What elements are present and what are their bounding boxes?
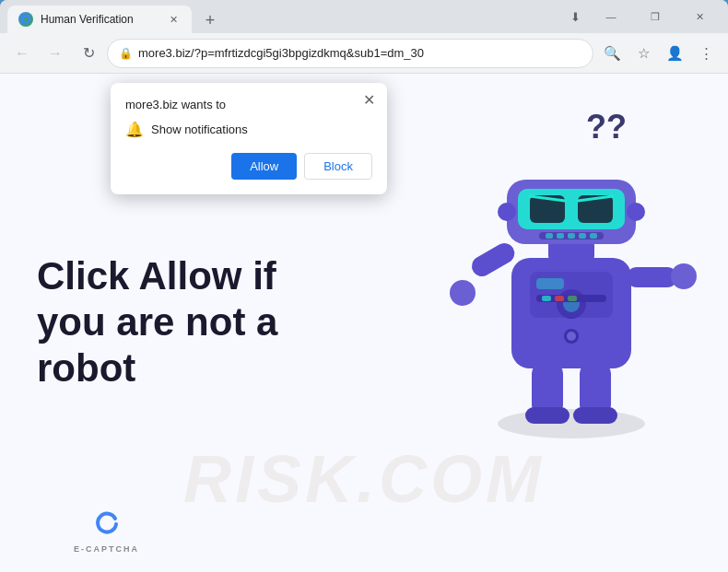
browser-window: Human Verification ✕ + ⬇ — ❒ ✕ ← → ↻ 🔒 m… [0, 0, 728, 572]
popup-buttons: Allow Block [125, 153, 372, 180]
popup-notification-row: 🔔 Show notifications [125, 121, 372, 138]
notification-label: Show notifications [151, 123, 248, 136]
svg-rect-15 [590, 233, 597, 239]
close-button[interactable]: ✕ [678, 3, 721, 30]
svg-point-1 [498, 409, 645, 438]
tab-title: Human Verification [41, 13, 159, 26]
chrome-menu-icon[interactable]: ⬇ [560, 2, 590, 31]
svg-rect-27 [580, 364, 611, 414]
svg-rect-31 [536, 278, 564, 289]
browser-toolbar: ← → ↻ 🔒 more3.biz/?p=mfrtizdcgi5gi3bpgiz… [0, 33, 728, 74]
popup-title: more3.biz wants to [125, 98, 372, 111]
url-text: more3.biz/?p=mfrtizdcgi5gi3bpgizdkmq&sub… [138, 46, 581, 60]
svg-rect-14 [579, 233, 586, 239]
svg-rect-20 [627, 267, 677, 287]
minimize-button[interactable]: — [590, 3, 632, 30]
question-marks-text: ?? [586, 111, 627, 144]
svg-rect-33 [542, 296, 551, 301]
block-button[interactable]: Block [304, 153, 372, 180]
maximize-button[interactable]: ❒ [634, 3, 676, 30]
address-bar[interactable]: 🔒 more3.biz/?p=mfrtizdcgi5gi3bpgizdkmq&s… [107, 39, 593, 68]
svg-rect-34 [555, 296, 564, 301]
robot-illustration: ?? [442, 92, 700, 442]
bell-icon: 🔔 [125, 121, 144, 138]
captcha-c-icon [90, 508, 123, 541]
robot-svg [442, 92, 700, 442]
svg-point-16 [498, 203, 516, 221]
menu-icon[interactable]: ⋮ [691, 39, 721, 68]
bookmark-icon[interactable]: ☆ [628, 39, 658, 68]
tab-favicon [18, 12, 33, 27]
svg-rect-13 [568, 233, 575, 239]
tab-close-button[interactable]: ✕ [166, 12, 181, 27]
active-tab[interactable]: Human Verification ✕ [7, 6, 192, 33]
lock-icon: 🔒 [119, 47, 133, 60]
back-button[interactable]: ← [7, 39, 37, 68]
svg-rect-12 [557, 233, 564, 239]
svg-rect-29 [573, 407, 617, 424]
forward-button[interactable]: → [41, 39, 70, 68]
captcha-label: E-CAPTCHA [74, 544, 139, 554]
toolbar-right: 🔍 ☆ 👤 ⋮ [597, 39, 721, 68]
page-content: RISK.COM Click Allow if you are not a ro… [0, 74, 728, 572]
window-controls: — ❒ ✕ [590, 3, 721, 30]
svg-rect-35 [568, 296, 577, 301]
title-bar: Human Verification ✕ + ⬇ — ❒ ✕ [0, 0, 728, 33]
reload-button[interactable]: ↻ [74, 39, 103, 68]
svg-point-19 [450, 280, 476, 306]
svg-point-25 [567, 332, 576, 341]
svg-point-17 [627, 203, 645, 221]
svg-rect-28 [525, 407, 569, 424]
svg-rect-18 [468, 239, 518, 280]
notification-popup: ✕ more3.biz wants to 🔔 Show notification… [111, 83, 387, 194]
svg-point-21 [671, 263, 697, 289]
captcha-logo: E-CAPTCHA [74, 508, 139, 554]
svg-rect-11 [546, 233, 553, 239]
popup-close-button[interactable]: ✕ [359, 90, 378, 109]
svg-rect-26 [532, 364, 563, 414]
new-tab-button[interactable]: + [197, 7, 223, 33]
profile-icon[interactable]: 👤 [660, 39, 689, 68]
tab-area: Human Verification ✕ + [7, 0, 553, 33]
main-text: Click Allow if you are not a robot [37, 253, 350, 392]
watermark: RISK.COM [183, 441, 545, 517]
search-icon[interactable]: 🔍 [597, 39, 627, 68]
allow-button[interactable]: Allow [231, 153, 297, 180]
